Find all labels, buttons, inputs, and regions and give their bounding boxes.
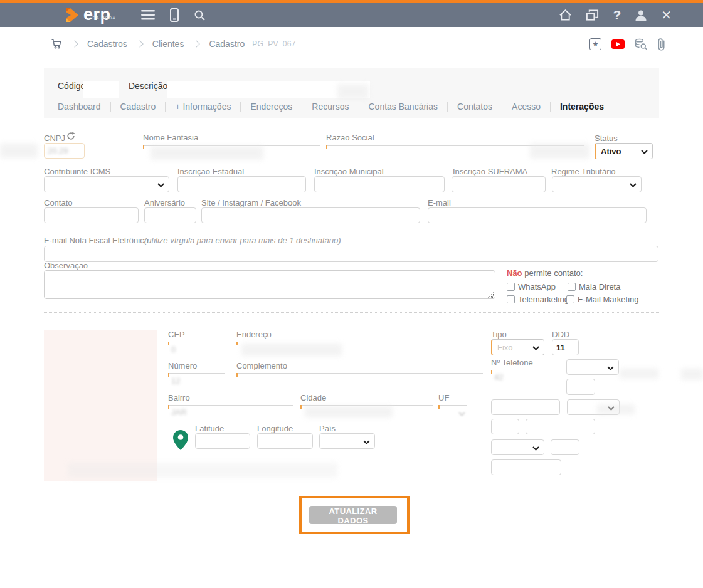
chevron-down-icon (363, 436, 370, 447)
telefone-field[interactable] (491, 358, 560, 370)
ddd-input[interactable]: 11 (552, 339, 579, 355)
observacao-label: Observação (44, 261, 88, 270)
close-icon[interactable]: ✕ (661, 8, 672, 23)
phone-extra-input-2[interactable] (491, 399, 560, 415)
tipo-select[interactable]: Fixo (491, 339, 544, 355)
status-label: Status (595, 134, 618, 143)
observacao-textarea[interactable] (44, 270, 495, 299)
help-icon[interactable]: ? (613, 8, 621, 23)
telemarketing-label: Telemarketing (518, 295, 569, 304)
tab-contas-bancarias[interactable]: Contas Bancárias (369, 102, 438, 112)
endereco-field[interactable] (236, 330, 483, 342)
email-label: E-mail (428, 198, 451, 207)
numero-field[interactable] (168, 361, 225, 374)
mobile-icon[interactable] (170, 8, 179, 22)
phone-extra-input-6[interactable] (491, 459, 561, 475)
mala-direta-checkbox[interactable] (568, 283, 576, 291)
cart-icon[interactable] (51, 38, 62, 50)
atualizar-dados-button[interactable]: ATUALIZAR DADOS (309, 506, 397, 524)
tab-mais-informacoes[interactable]: + Informações (175, 102, 231, 112)
youtube-icon[interactable] (611, 39, 625, 49)
codigo-input[interactable] (83, 81, 119, 98)
email-nfe-input[interactable] (44, 246, 658, 262)
map-placeholder[interactable] (44, 330, 157, 481)
phone-extra-input-3[interactable] (491, 419, 519, 434)
favorite-icon[interactable]: ★ (589, 38, 601, 50)
breadcrumb-separator-icon (193, 40, 200, 47)
bairro-field[interactable] (168, 393, 293, 406)
uf-chevron-down-icon (458, 407, 465, 419)
phone-extra-select-1[interactable] (566, 359, 619, 375)
email-input[interactable] (428, 207, 647, 223)
bairro-value: JAR (171, 407, 187, 417)
cep-field[interactable] (168, 330, 225, 342)
cnpj-label: CNPJ (44, 134, 65, 143)
aniversario-input[interactable] (144, 207, 196, 223)
phone-extra-select-2[interactable] (567, 399, 620, 415)
complemento-field[interactable] (236, 361, 483, 374)
breadcrumb-separator-icon (136, 40, 143, 47)
tab-interacoes[interactable]: Interações (560, 102, 604, 112)
app-logo[interactable]: erpDA MODA (63, 6, 111, 24)
contribuinte-icms-select[interactable] (44, 176, 169, 192)
status-value: Ativo (596, 147, 621, 156)
home-icon[interactable] (559, 9, 572, 21)
status-select[interactable]: Ativo (595, 143, 653, 159)
redaction-blur (0, 144, 38, 158)
pais-select[interactable] (319, 433, 375, 449)
windows-icon[interactable] (586, 9, 599, 21)
telefone-value: 42 (494, 372, 503, 382)
breadcrumb-item-clientes[interactable]: Clientes (152, 39, 184, 49)
aniversario-label: Aniversário (144, 198, 185, 207)
site-instagram-facebook-input[interactable] (201, 207, 420, 223)
cidade-field[interactable] (300, 393, 433, 406)
nome-fantasia-field[interactable] (143, 133, 320, 146)
header-right-icons: ? ✕ (545, 8, 703, 23)
menu-icon[interactable] (141, 10, 155, 20)
inscricao-suframa-input[interactable] (452, 176, 546, 192)
refresh-icon[interactable] (66, 132, 75, 143)
tab-contatos[interactable]: Contatos (457, 102, 492, 112)
inscricao-estadual-input[interactable] (177, 176, 306, 192)
cnpj-field[interactable]: 20.29 (44, 143, 85, 159)
redaction-blur (305, 406, 393, 417)
phone-extra-select-3[interactable] (491, 439, 544, 455)
chevron-down-icon (157, 179, 164, 190)
razao-social-field[interactable] (326, 133, 584, 146)
descricao-input[interactable] (167, 81, 370, 98)
phone-extra-input-5[interactable] (551, 439, 579, 455)
chevron-down-icon (532, 342, 539, 353)
pais-label: País (319, 424, 336, 433)
app-header: erpDA MODA ? ✕ (0, 3, 703, 27)
breadcrumb-item-cadastros[interactable]: Cadastros (87, 39, 127, 49)
tab-enderecos[interactable]: Endereços (250, 102, 292, 112)
cep-value: 0 (171, 345, 176, 354)
inscricao-estadual-label: Inscrição Estadual (177, 167, 244, 176)
whatsapp-option: WhatsApp (507, 282, 556, 291)
tab-acesso[interactable]: Acesso (512, 102, 541, 112)
inscricao-municipal-input[interactable] (314, 176, 445, 192)
latitude-input[interactable] (195, 433, 250, 449)
email-marketing-checkbox[interactable] (566, 295, 574, 303)
search-icon[interactable] (194, 9, 206, 21)
whatsapp-checkbox[interactable] (507, 283, 515, 291)
toolbar-icons: ★ (579, 38, 703, 51)
site-instagram-facebook-label: Site / Instagram / Facebook (201, 198, 301, 207)
longitude-input[interactable] (257, 433, 313, 449)
breadcrumb-item-cadastro[interactable]: Cadastro (209, 39, 245, 49)
data-search-icon[interactable] (635, 38, 647, 50)
tab-dashboard[interactable]: Dashboard (58, 102, 101, 112)
email-nfe-hint: (utilize vírgula para enviar para mais d… (144, 236, 341, 245)
uf-select[interactable] (438, 393, 467, 406)
tab-cadastro[interactable]: Cadastro (120, 102, 156, 112)
contato-input[interactable] (44, 207, 139, 223)
telemarketing-checkbox[interactable] (507, 295, 515, 303)
latitude-label: Latitude (195, 424, 224, 433)
phone-extra-input-4[interactable] (526, 419, 595, 434)
tab-recursos[interactable]: Recursos (312, 102, 349, 112)
attachment-icon[interactable] (657, 38, 665, 51)
longitude-label: Longitude (257, 424, 293, 433)
user-icon[interactable] (635, 9, 647, 21)
regime-tributario-select[interactable] (552, 176, 642, 192)
phone-extra-input-1[interactable] (566, 379, 595, 395)
